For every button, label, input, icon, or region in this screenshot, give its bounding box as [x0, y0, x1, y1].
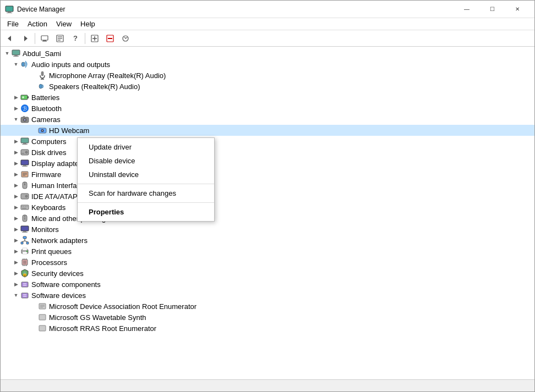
- expand-batteries[interactable]: ▶: [12, 93, 20, 102]
- ctx-update-driver[interactable]: Update driver: [78, 140, 214, 154]
- svg-rect-80: [23, 261, 26, 264]
- audio-label: Audio inputs and outputs: [31, 60, 110, 69]
- audio-icon: [20, 60, 29, 69]
- toolbar-remove[interactable]: [103, 32, 117, 45]
- tree-hdwebcam[interactable]: ▶ HD Webcam: [1, 125, 534, 136]
- root-label: Abdul_Sami: [23, 49, 61, 58]
- batteries-label: Batteries: [31, 93, 59, 102]
- toolbar-forward[interactable]: [18, 32, 32, 45]
- svg-rect-67: [23, 231, 26, 232]
- diskdrives-icon: [20, 148, 29, 157]
- toolbar-back[interactable]: [3, 32, 17, 45]
- tree-speakers[interactable]: ▶ Speakers (Realtek(R) Audio): [1, 81, 534, 92]
- svg-rect-69: [23, 236, 26, 239]
- menu-action[interactable]: Action: [23, 19, 52, 29]
- expand-diskdrives[interactable]: ▶: [12, 148, 20, 157]
- tree-msrras[interactable]: ▶ Microsoft RRAS Root Enumerator: [1, 323, 534, 334]
- svg-rect-70: [21, 242, 23, 244]
- close-button[interactable]: ✕: [505, 1, 530, 18]
- print-label: Print queues: [31, 247, 72, 256]
- monitors-icon: [20, 225, 29, 234]
- expand-ide[interactable]: ▶: [12, 192, 20, 201]
- batteries-icon: [20, 93, 29, 102]
- toolbar-properties[interactable]: [53, 32, 67, 45]
- svg-rect-60: [25, 206, 26, 207]
- tree-processors[interactable]: ▶ Processors: [1, 257, 534, 268]
- expand-hid[interactable]: ▶: [12, 181, 20, 190]
- tree-batteries[interactable]: ▶ Batteries: [1, 92, 534, 103]
- svg-point-56: [25, 195, 28, 197]
- toolbar-scan[interactable]: [118, 32, 133, 45]
- expand-softdev[interactable]: ▼: [12, 291, 20, 300]
- print-icon: [20, 247, 29, 256]
- expand-print[interactable]: ▶: [12, 247, 20, 256]
- hid-icon: [20, 181, 29, 190]
- ctx-properties[interactable]: Properties: [78, 205, 214, 219]
- toolbar-computer[interactable]: [37, 32, 52, 45]
- expand-processors[interactable]: ▶: [12, 258, 20, 267]
- expand-cameras[interactable]: ▼: [12, 115, 20, 124]
- expand-computers[interactable]: ▶: [12, 137, 20, 146]
- expand-monitors[interactable]: ▶: [12, 225, 20, 234]
- tree-network[interactable]: ▶ Network adapters: [1, 235, 534, 246]
- toolbar-update[interactable]: [88, 32, 102, 45]
- tree-softdev[interactable]: ▼ Software devices: [1, 290, 534, 301]
- tree-root[interactable]: ▼ Abdul_Sami: [1, 48, 534, 59]
- expand-root[interactable]: ▼: [3, 49, 12, 58]
- ctx-uninstall-device[interactable]: Uninstall device: [78, 168, 214, 181]
- bluetooth-label: Bluetooth: [31, 104, 62, 113]
- speakers-label: Speakers (Realtek(R) Audio): [49, 82, 140, 91]
- expand-keyboards[interactable]: ▶: [12, 203, 20, 212]
- svg-rect-22: [41, 71, 43, 76]
- svg-point-54: [24, 184, 25, 185]
- maximize-button[interactable]: ☐: [479, 1, 505, 18]
- svg-rect-7: [42, 41, 47, 41]
- svg-rect-71: [26, 242, 29, 244]
- minimize-button[interactable]: —: [454, 1, 479, 18]
- svg-point-25: [39, 84, 42, 89]
- svg-point-38: [42, 130, 43, 131]
- tree-monitors[interactable]: ▶ Monitors: [1, 224, 534, 235]
- svg-marker-4: [24, 36, 28, 41]
- expand-network[interactable]: ▶: [12, 236, 20, 245]
- tree-print[interactable]: ▶ Print queues: [1, 246, 534, 257]
- menu-help[interactable]: Help: [76, 19, 100, 29]
- mswave-label: Microsoft GS Wavetable Synth: [49, 313, 146, 322]
- keyboards-icon: [20, 203, 29, 212]
- svg-rect-18: [12, 50, 20, 55]
- tree-mswave[interactable]: ▶ Microsoft GS Wavetable Synth: [1, 312, 534, 323]
- svg-rect-66: [21, 226, 29, 231]
- expand-mice[interactable]: ▶: [12, 214, 20, 223]
- svg-rect-47: [22, 166, 28, 167]
- tree-security[interactable]: ▶ 🔒 Security devices: [1, 268, 534, 279]
- ctx-disable-device[interactable]: Disable device: [78, 154, 214, 168]
- tree-softcomp[interactable]: ▶ Software components: [1, 279, 534, 290]
- expand-softcomp[interactable]: ▶: [12, 280, 20, 289]
- tree-msdev[interactable]: ▶ Microsoft Device Association Root Enum…: [1, 301, 534, 312]
- toolbar-help[interactable]: ?: [68, 32, 83, 45]
- display-icon: [20, 159, 29, 168]
- tree-cameras[interactable]: ▼ Cameras: [1, 114, 534, 125]
- processors-icon: [20, 258, 29, 267]
- svg-rect-68: [22, 232, 28, 233]
- svg-rect-39: [21, 138, 29, 143]
- menu-file[interactable]: File: [3, 19, 23, 29]
- tree-mic[interactable]: ▶ Microphone Array (Realtek(R) Audio): [1, 70, 534, 81]
- toolbar-sep-2: [85, 33, 85, 44]
- speakers-icon: [38, 82, 47, 91]
- window-controls: — ☐ ✕: [454, 1, 530, 18]
- tree-bluetooth[interactable]: ▶ ℬ Bluetooth: [1, 103, 534, 114]
- svg-point-78: [26, 251, 28, 252]
- tree-audio[interactable]: ▼ Audio inputs and outputs: [1, 59, 534, 70]
- menu-view[interactable]: View: [52, 19, 76, 29]
- svg-rect-76: [23, 252, 27, 254]
- expand-bluetooth[interactable]: ▶: [12, 104, 20, 113]
- svg-text:ℬ: ℬ: [23, 106, 27, 112]
- ctx-scan-hardware[interactable]: Scan for hardware changes: [78, 186, 214, 200]
- expand-security[interactable]: ▶: [12, 269, 20, 278]
- bluetooth-icon: ℬ: [20, 104, 29, 113]
- expand-firmware[interactable]: ▶: [12, 170, 20, 179]
- firmware-label: Firmware: [31, 170, 61, 179]
- expand-display[interactable]: ▶: [12, 159, 20, 168]
- expand-audio[interactable]: ▼: [12, 60, 20, 69]
